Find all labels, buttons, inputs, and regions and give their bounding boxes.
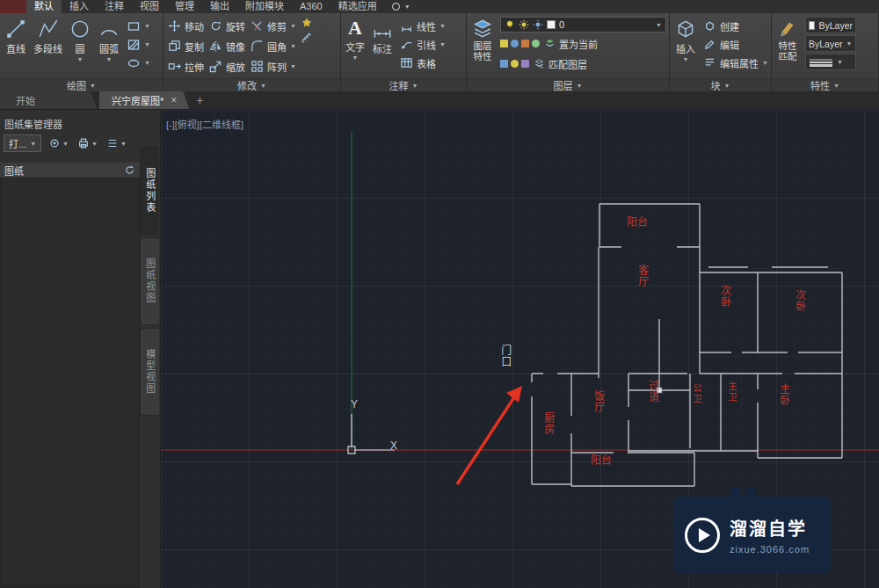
move-button[interactable]: 移动 bbox=[166, 17, 206, 35]
layer-tool-icon[interactable] bbox=[500, 60, 508, 68]
play-icon bbox=[699, 528, 710, 542]
new-drawing-button[interactable]: + bbox=[192, 91, 207, 109]
arc-button[interactable]: 圆弧 ▼ bbox=[96, 15, 122, 76]
layer-tool-icon[interactable] bbox=[500, 40, 508, 47]
edit-attributes-button[interactable]: 编辑属性 ▼ bbox=[701, 54, 770, 72]
ribbon-tab-manage[interactable]: 管理 bbox=[167, 0, 202, 13]
layer-properties-button[interactable]: 图层 特性 bbox=[469, 15, 496, 76]
ssm-publish-button[interactable]: ▼ bbox=[76, 134, 99, 152]
set-current-layer-button[interactable]: 置为当前 bbox=[542, 34, 599, 53]
panel-cap-layers[interactable]: 图层 ▼ bbox=[467, 78, 669, 91]
layer-select[interactable]: 0 ▼ bbox=[500, 17, 666, 33]
file-tab-drawing[interactable]: 兴宁房屋图* × bbox=[99, 91, 189, 109]
ribbon-tab-home[interactable]: 默认 bbox=[26, 0, 62, 13]
layer-tool-icon[interactable] bbox=[511, 40, 519, 47]
linetype-select[interactable]: ByLayer ▼ bbox=[805, 35, 856, 52]
tab-sheet-views[interactable]: 图纸视图 bbox=[140, 237, 159, 325]
mirror-button[interactable]: 镜像 bbox=[207, 37, 247, 55]
rotate-button[interactable]: 旋转 bbox=[207, 17, 247, 35]
rectangle-tool-button[interactable]: ▼ bbox=[125, 17, 152, 35]
panel-cap-properties[interactable]: 特性 ▼ bbox=[772, 78, 878, 91]
room-label-bedroom-second-a: 次卧 bbox=[718, 285, 730, 308]
match-layer-button[interactable]: 匹配图层 bbox=[532, 54, 589, 73]
polyline-button[interactable]: 多段线 bbox=[32, 15, 64, 76]
color-swatch bbox=[809, 21, 815, 30]
ssm-sheets-label: 图纸 bbox=[4, 163, 24, 178]
measure-icon[interactable] bbox=[301, 32, 313, 44]
tab-model-views[interactable]: 模型视图 bbox=[140, 328, 159, 416]
layer-tool-icon[interactable] bbox=[521, 60, 529, 68]
scale-button[interactable]: 缩放 bbox=[207, 57, 247, 76]
ribbon-tab-output[interactable]: 输出 bbox=[202, 0, 237, 13]
ribbon-tab-annotate[interactable]: 注释 bbox=[97, 0, 132, 13]
text-button[interactable]: A 文字 ▼ bbox=[344, 15, 367, 76]
chevron-down-icon: ▼ bbox=[144, 60, 150, 66]
table-icon bbox=[400, 56, 413, 69]
refresh-icon[interactable] bbox=[124, 164, 135, 176]
line-button[interactable]: 直线 bbox=[3, 15, 29, 76]
ribbon-tab-a360[interactable]: A360 bbox=[292, 0, 331, 13]
stretch-button[interactable]: 拉伸 bbox=[166, 57, 206, 76]
move-icon bbox=[168, 19, 181, 33]
table-button[interactable]: 表格 bbox=[398, 54, 447, 72]
dimension-button[interactable]: 标注 bbox=[369, 15, 396, 76]
rectangle-icon bbox=[127, 19, 141, 33]
array-icon bbox=[251, 60, 264, 73]
ssm-open-button[interactable]: 打... ▼ bbox=[4, 134, 41, 152]
layer-tool-icon[interactable] bbox=[511, 60, 519, 68]
viewport-controls[interactable]: [-][俯视][二维线框] bbox=[166, 117, 243, 131]
panel-cap-block[interactable]: 块 ▼ bbox=[670, 78, 771, 91]
object-color-select[interactable]: ByLayer bbox=[805, 17, 856, 33]
layer-tool-icon[interactable] bbox=[521, 40, 529, 47]
leader-icon bbox=[400, 38, 413, 51]
ellipse-icon bbox=[127, 56, 141, 70]
ribbon-tab-view[interactable]: 视图 bbox=[132, 0, 167, 13]
ellipse-tool-button[interactable]: ▼ bbox=[125, 54, 152, 72]
chevron-down-icon: ▼ bbox=[144, 23, 150, 29]
chevron-down-icon[interactable]: ▼ bbox=[404, 4, 410, 10]
create-block-button[interactable]: 创建 bbox=[701, 17, 770, 35]
drawing-canvas[interactable]: [-][俯视][二维线框] Y X 阳台 bbox=[161, 110, 879, 588]
trim-button[interactable]: 修剪 ▼ bbox=[249, 17, 298, 35]
panel-block: 插入 ▼ 创建 编辑 编辑属性 ▼ 块 ▼ bbox=[670, 13, 772, 91]
fillet-button[interactable]: 圆角 ▼ bbox=[249, 37, 298, 55]
explode-icon[interactable] bbox=[301, 17, 313, 29]
ribbon-tab-featured[interactable]: 精选应用 bbox=[331, 0, 385, 13]
panel-cap-draw[interactable]: 绘图 ▼ bbox=[0, 78, 163, 91]
edit-block-button[interactable]: 编辑 bbox=[701, 35, 770, 54]
lineweight-select[interactable]: ▼ bbox=[805, 54, 856, 70]
file-tab-bar: 开始 兴宁房屋图* × + bbox=[0, 91, 879, 110]
linear-dim-button[interactable]: 线性 ▼ bbox=[398, 17, 447, 35]
chevron-down-icon[interactable]: ▼ bbox=[77, 56, 84, 62]
file-tab-start[interactable]: 开始 bbox=[0, 91, 97, 109]
text-label: 文字 bbox=[345, 40, 365, 54]
close-tab-icon[interactable]: × bbox=[171, 94, 177, 106]
panel-cap-annotate[interactable]: 注释 ▼ bbox=[341, 78, 466, 91]
copy-button[interactable]: 复制 bbox=[166, 37, 206, 55]
ribbon-tab-addins[interactable]: 附加模块 bbox=[237, 0, 292, 13]
ribbon-tab-insert[interactable]: 插入 bbox=[62, 0, 97, 13]
tab-sheet-list[interactable]: 图纸列表 bbox=[140, 147, 159, 235]
chevron-down-icon[interactable]: ▼ bbox=[106, 56, 113, 62]
create-block-icon bbox=[703, 19, 716, 33]
ssm-status-button[interactable]: ▼ bbox=[47, 134, 70, 152]
sheet-list-area[interactable] bbox=[0, 178, 140, 588]
mirror-icon bbox=[209, 40, 222, 53]
floor-plan-walls[interactable] bbox=[532, 204, 842, 486]
panel-cap-modify[interactable]: 修改 ▼ bbox=[163, 78, 340, 91]
layer-tool-icon[interactable] bbox=[532, 40, 540, 47]
record-icon[interactable] bbox=[392, 3, 400, 11]
app-menu-stub[interactable] bbox=[0, 0, 26, 13]
insert-block-button[interactable]: 插入 ▼ bbox=[672, 15, 699, 76]
array-button[interactable]: 阵列 ▼ bbox=[249, 57, 298, 76]
chevron-down-icon: ▼ bbox=[30, 141, 36, 147]
chevron-down-icon: ▼ bbox=[290, 63, 296, 69]
leader-button[interactable]: 引线 ▼ bbox=[398, 35, 447, 54]
hatch-tool-button[interactable]: ▼ bbox=[125, 35, 152, 54]
chevron-down-icon: ▼ bbox=[91, 141, 98, 147]
file-tab-start-label: 开始 bbox=[16, 93, 35, 107]
circle-button[interactable]: 圆 ▼ bbox=[67, 15, 93, 76]
match-properties-button[interactable]: 特性 匹配 bbox=[774, 15, 801, 76]
panel-cap-modify-label: 修改 bbox=[237, 78, 257, 91]
ssm-options-button[interactable]: ▼ bbox=[105, 134, 128, 152]
